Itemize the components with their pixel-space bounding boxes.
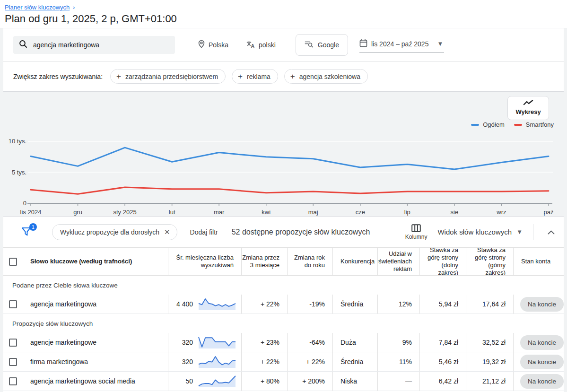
row-checkbox-cell xyxy=(0,300,26,308)
columns-button[interactable]: Kolumny xyxy=(405,224,427,240)
line-chart-icon xyxy=(523,100,533,107)
left-gutter xyxy=(0,28,3,392)
svg-text:maj: maj xyxy=(308,209,318,216)
collapse-table-button[interactable] xyxy=(544,226,558,238)
translate-icon: A xyxy=(246,40,255,50)
avg-searches-value: 320 xyxy=(182,339,193,346)
avg-searches-value: 50 xyxy=(185,377,193,385)
broaden-chip-1[interactable]: + zarządzania przedsiębiorstwem xyxy=(110,69,226,84)
charts-button-label: Wykresy xyxy=(508,108,549,115)
svg-text:lip: lip xyxy=(404,209,410,216)
change-yoy-cell: -19% xyxy=(287,295,332,314)
filter-toolbar-right: Kolumny Widok słów kluczowych ▼ xyxy=(405,224,558,240)
network-label: Google xyxy=(318,41,339,49)
avg-searches-cell: 320 xyxy=(168,352,241,371)
sparkline-chart xyxy=(198,355,236,369)
search-toolbar: Polska A polski Google lis 2024 – paź 20… xyxy=(0,28,567,61)
top-bid-high-cell: 32,52 zł xyxy=(466,333,513,352)
table-row: firma marketingowa 320 + 22% + 22% Średn… xyxy=(0,352,567,372)
change-3m-cell: + 23% xyxy=(241,333,287,352)
impression-share-cell: 11% xyxy=(377,352,419,371)
language-selector[interactable]: A polski xyxy=(246,40,276,50)
charts-toggle-button[interactable]: Wykresy xyxy=(507,96,549,120)
svg-text:lut: lut xyxy=(169,209,175,216)
active-filter-label: Wyklucz propozycje dla dorosłych xyxy=(60,228,159,236)
table-row: agencja marketingowa social media 50 + 8… xyxy=(0,372,567,391)
header-top-bid-high[interactable]: Stawka za górę strony (górny zakres) xyxy=(466,248,513,275)
svg-text:10 tys.: 10 tys. xyxy=(9,138,26,145)
row-checkbox-cell xyxy=(0,339,26,347)
view-dropdown-arrow-icon: ▼ xyxy=(516,228,523,235)
results-count-text: 52 dostępne propozycje słów kluczowych xyxy=(232,228,370,236)
table-header-row: Słowo kluczowe (według trafności) Śr. mi… xyxy=(0,247,567,276)
impression-share-cell: 9% xyxy=(377,333,419,352)
change-3m-cell: + 22% xyxy=(241,352,287,371)
table-row: agencja marketingowa 4 400 + 22% -19% Śr… xyxy=(0,295,567,314)
top-bid-low-cell: 5,94 zł xyxy=(419,295,466,314)
row-checkbox[interactable] xyxy=(9,339,17,347)
broaden-chip-label: reklama xyxy=(247,73,270,80)
filter-toolbar: 1 Wyklucz propozycje dla dorosłych ✕ Dod… xyxy=(0,217,567,247)
row-checkbox[interactable] xyxy=(9,358,17,366)
active-filter-chip[interactable]: Wyklucz propozycje dla dorosłych ✕ xyxy=(52,224,177,240)
toolbar-divider xyxy=(533,224,533,240)
plus-icon: + xyxy=(238,72,243,81)
keyword-cell: firma marketingowa xyxy=(26,358,168,366)
top-bid-high-cell: 17,64 zł xyxy=(466,295,513,314)
header-avg-monthly-searches[interactable]: Śr. miesięczna liczba wyszukiwań xyxy=(168,248,241,275)
remove-filter-icon[interactable]: ✕ xyxy=(164,228,170,236)
status-badge: Na koncie xyxy=(520,355,564,369)
filter-funnel-button[interactable]: 1 xyxy=(21,226,33,238)
row-checkbox-cell xyxy=(0,377,26,385)
avg-searches-cell: 320 xyxy=(168,333,241,352)
keyword-view-dropdown[interactable]: Widok słów kluczowych ▼ xyxy=(437,228,523,236)
account-status-cell: Na koncie xyxy=(513,352,567,371)
status-badge: Na koncie xyxy=(520,374,564,389)
keyword-cell: agencja marketingowa xyxy=(26,300,168,308)
calendar-icon xyxy=(359,39,367,49)
change-yoy-cell: -64% xyxy=(287,333,332,352)
chevron-up-icon xyxy=(548,230,555,235)
sparkline-chart xyxy=(198,297,236,311)
breadcrumb-link[interactable]: Planer słów kluczowych xyxy=(5,4,70,11)
header-top-bid-low[interactable]: Stawka za górę strony (dolny zakres) xyxy=(419,248,466,275)
network-button[interactable]: Google xyxy=(296,34,348,56)
header-ad-impression-share[interactable]: Udział w wyświetleniach reklam xyxy=(377,248,419,275)
search-input[interactable] xyxy=(33,41,169,49)
select-all-checkbox[interactable] xyxy=(9,258,17,266)
impression-share-cell: 12% xyxy=(377,295,419,314)
change-yoy-cell: + 200% xyxy=(287,372,332,391)
location-selector[interactable]: Polska xyxy=(198,40,228,50)
filter-count-badge: 1 xyxy=(29,223,37,231)
header-account-status[interactable]: Stan konta xyxy=(513,248,567,275)
row-checkbox[interactable] xyxy=(9,300,17,308)
broaden-search-bar: Zwiększ zakres wyszukiwania: + zarządzan… xyxy=(0,61,567,91)
svg-text:5 tys.: 5 tys. xyxy=(12,169,26,176)
date-range-selector[interactable]: lis 2024 – paź 2025 ▼ xyxy=(359,37,444,52)
header-change-yoy[interactable]: Zmiana rok do roku xyxy=(287,248,332,275)
sparkline-chart xyxy=(198,374,236,388)
header-keyword[interactable]: Słowo kluczowe (według trafności) xyxy=(26,248,168,275)
keyword-search-box[interactable] xyxy=(13,36,175,54)
broaden-chip-2[interactable]: + reklama xyxy=(232,69,278,84)
broaden-chip-3[interactable]: + agencja szkoleniowa xyxy=(284,69,368,84)
svg-text:wrz: wrz xyxy=(496,209,506,216)
right-gutter xyxy=(564,28,567,392)
date-dropdown-arrow-icon: ▼ xyxy=(437,40,443,47)
svg-text:paź: paź xyxy=(544,209,554,216)
svg-text:A: A xyxy=(251,43,255,48)
svg-text:lis 2024: lis 2024 xyxy=(20,209,42,216)
svg-text:kwi: kwi xyxy=(262,209,270,216)
legend-label: Smartfony xyxy=(526,121,554,128)
search-network-icon xyxy=(305,40,314,50)
row-checkbox[interactable] xyxy=(9,377,17,385)
page-title: Plan od gru 1, 2025, 2 p, GMT+01:00 xyxy=(5,13,567,25)
breadcrumb-chevron-icon: › xyxy=(73,4,75,11)
add-filter-button[interactable]: Dodaj filtr xyxy=(190,228,218,236)
change-3m-cell: + 80% xyxy=(241,372,287,391)
plus-icon: + xyxy=(116,72,121,81)
sparkline-chart xyxy=(198,335,236,349)
header-change-3-months[interactable]: Zmiana przez 3 miesiące xyxy=(241,248,287,275)
header-competition[interactable]: Konkurencja xyxy=(332,248,377,275)
top-bid-low-cell: 7,84 zł xyxy=(419,333,466,352)
